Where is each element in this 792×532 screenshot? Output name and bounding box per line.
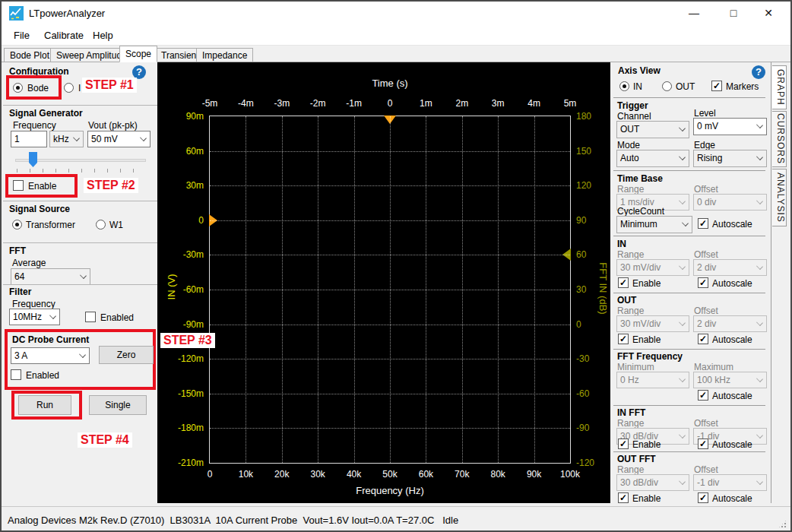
trigger-channel-select[interactable]: OUT — [616, 121, 689, 138]
out-fft-enable-checkbox[interactable] — [618, 492, 629, 503]
out-enable-checkbox[interactable] — [618, 334, 629, 344]
tab-scope[interactable]: Scope — [119, 46, 157, 62]
step4-annotation: STEP #4 — [78, 432, 132, 448]
time-tick-label: 1m — [420, 98, 432, 109]
out-offset-select[interactable]: 2 div — [693, 315, 767, 332]
title-bar: LTpowerAnalyzer — □ ✕ — [2, 2, 790, 25]
frequency-tick-label: 20k — [274, 469, 289, 480]
run-button[interactable]: Run — [18, 395, 71, 415]
fft-minimum-select[interactable]: 0 Hz — [616, 372, 689, 388]
chevron-down-icon — [756, 122, 763, 128]
signal-generator-title: Signal Generator — [9, 108, 83, 119]
amplitude-slider-thumb[interactable] — [29, 152, 37, 167]
tab-bode-plot[interactable]: Bode Plot — [4, 48, 55, 62]
trigger-edge-select[interactable]: Rising — [693, 150, 767, 167]
sg-frequency-unit-select[interactable]: kHz — [49, 131, 84, 147]
in-tick-label: 60m — [186, 146, 204, 157]
axis-view-out-radio[interactable] — [662, 81, 672, 91]
time-tick-label: -5m — [202, 98, 218, 109]
sg-frequency-input[interactable]: 1 — [11, 131, 47, 147]
fft-tick-label: 120 — [576, 180, 591, 191]
close-button[interactable]: ✕ — [751, 2, 786, 25]
step3-annotation: STEP #3 — [160, 333, 215, 348]
trigger-mode-select[interactable]: Auto — [616, 150, 689, 167]
step1-highlight-box — [6, 75, 62, 100]
out-autoscale-checkbox[interactable] — [698, 334, 708, 344]
grid-line-horizontal — [210, 290, 570, 290]
out-fft-range-select[interactable]: 30 dB/div — [616, 474, 689, 491]
fft-frequency-autoscale-label: Autoscale — [712, 391, 752, 401]
time-base-autoscale-checkbox[interactable] — [698, 218, 708, 229]
in-fft-enable-checkbox[interactable] — [618, 439, 629, 449]
fft-maximum-select[interactable]: 100 kHz — [693, 372, 767, 388]
in-offset-select[interactable]: 2 div — [693, 259, 767, 276]
in-autoscale-checkbox[interactable] — [698, 277, 708, 288]
chevron-down-icon — [682, 220, 689, 226]
fft-tick-label: -90 — [576, 423, 589, 433]
in-fft-range-label: Range — [617, 418, 644, 429]
resize-grip[interactable] — [778, 519, 787, 529]
dc-probe-enabled-checkbox[interactable] — [11, 369, 21, 380]
tab-impedance[interactable]: Impedance — [196, 48, 253, 62]
tab-cursors[interactable]: CURSORS — [772, 111, 787, 167]
time-tick-label: 3m — [492, 98, 505, 109]
fft-average-select[interactable]: 64 — [11, 268, 90, 285]
in-range-label: Range — [617, 249, 644, 260]
in-tick-label: 30m — [186, 180, 204, 191]
menu-help[interactable]: Help — [93, 30, 113, 41]
trigger-title: Trigger — [617, 100, 648, 111]
fft-frequency-autoscale-checkbox[interactable] — [698, 390, 708, 401]
minimize-button[interactable]: — — [676, 2, 711, 25]
trigger-edge-label: Edge — [694, 140, 715, 150]
menu-calibrate[interactable]: Calibrate — [44, 30, 84, 41]
markers-checkbox[interactable] — [711, 81, 722, 91]
chevron-down-icon — [679, 319, 686, 326]
fft-average-label: Average — [12, 258, 46, 268]
transformer-radio-label: Transformer — [26, 220, 75, 230]
in-enable-label: Enable — [632, 278, 661, 289]
transformer-radio[interactable] — [12, 220, 22, 230]
in-enable-checkbox[interactable] — [618, 277, 629, 288]
fft-tick-label: -120 — [576, 458, 594, 468]
out-range-select[interactable]: 30 mV/div — [616, 315, 689, 332]
axis-view-in-radio[interactable] — [619, 81, 629, 91]
out-fft-offset-select[interactable]: -1 div — [693, 474, 767, 491]
in-range-select[interactable]: 30 mV/div — [616, 259, 689, 276]
chevron-down-icon — [679, 198, 686, 204]
menu-file[interactable]: File — [14, 30, 30, 41]
zero-button[interactable]: Zero — [99, 346, 154, 364]
chevron-down-icon — [679, 478, 686, 485]
out-enable-label: Enable — [632, 334, 661, 345]
frequency-tick-label: 40k — [347, 469, 361, 480]
cyclecount-select[interactable]: Minimum — [616, 216, 692, 233]
single-button[interactable]: Single — [89, 395, 147, 415]
maximize-button[interactable]: □ — [716, 2, 751, 25]
filter-enabled-checkbox[interactable] — [85, 312, 96, 322]
second-config-radio[interactable] — [64, 83, 74, 93]
chevron-down-icon — [756, 154, 763, 160]
out-fft-autoscale-label: Autoscale — [712, 493, 752, 504]
second-config-label: I — [78, 83, 81, 93]
grid-line-vertical — [426, 116, 426, 463]
filter-frequency-select[interactable]: 10MHz — [9, 309, 60, 325]
time-base-offset-select[interactable]: 0 div — [693, 194, 767, 211]
in-tick-label: -30m — [183, 249, 204, 260]
time-tick-label: 0 — [388, 98, 393, 109]
sg-vout-select[interactable]: 50 mV — [87, 131, 150, 147]
side-tab-strip: GRAPH CURSORS ANALYSIS — [771, 62, 787, 503]
trigger-level-select[interactable]: 0 mV — [693, 118, 767, 135]
w1-radio[interactable] — [96, 220, 106, 230]
out-fft-autoscale-checkbox[interactable] — [698, 492, 708, 503]
grid-line-horizontal — [210, 428, 570, 429]
out-fft-title: OUT FFT — [617, 454, 656, 464]
w1-radio-label: W1 — [109, 220, 123, 230]
in-tick-label: -210m — [178, 458, 204, 468]
in-fft-autoscale-checkbox[interactable] — [698, 439, 708, 449]
dc-probe-current-select[interactable]: 3 A — [11, 347, 90, 364]
tab-analysis[interactable]: ANALYSIS — [772, 169, 787, 226]
tab-graph[interactable]: GRAPH — [772, 65, 787, 109]
chevron-down-icon — [679, 154, 686, 160]
grid-line-vertical — [462, 116, 463, 463]
help-icon[interactable]: ? — [752, 65, 765, 79]
time-axis-title: Time (s) — [209, 78, 571, 89]
